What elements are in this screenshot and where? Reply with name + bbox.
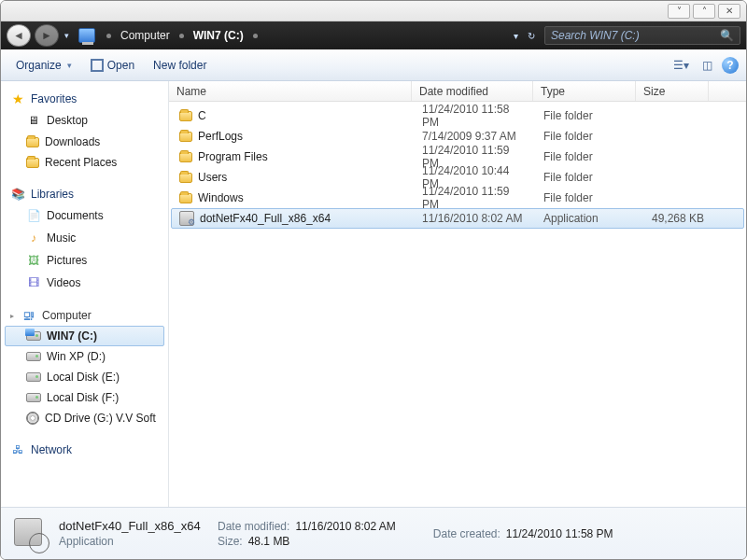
documents-icon: 📄 [26, 208, 41, 223]
star-icon: ★ [10, 91, 25, 106]
history-dropdown-icon[interactable]: ▾ [64, 31, 69, 40]
view-mode-button[interactable]: ☰▾ [669, 56, 692, 75]
sidebar-computer-header[interactable]: ▸🖳Computer [5, 305, 164, 326]
open-button[interactable]: Open [83, 55, 142, 76]
file-name: C [198, 109, 206, 122]
titlebar: ˅ ˄ ✕ [1, 1, 746, 21]
computer-icon: 🖳 [21, 308, 36, 323]
sidebar-network-header[interactable]: 🖧Network [5, 440, 164, 460]
file-type: File folder [536, 109, 639, 122]
breadcrumb-sep-icon [106, 34, 111, 38]
navigation-pane: ★Favorites 🖥Desktop Downloads Recent Pla… [1, 81, 169, 507]
expand-icon: ▸ [10, 312, 14, 320]
help-button[interactable]: ? [722, 57, 739, 74]
details-created-value: 11/24/2010 11:58 PM [506, 527, 613, 540]
sidebar-item-cd-drive-g[interactable]: CD Drive (G:) V.V Soft [5, 408, 164, 428]
sidebar-item-winxp-d[interactable]: Win XP (D:) [5, 346, 164, 367]
breadcrumb-sep-icon [179, 34, 184, 38]
open-icon [91, 59, 104, 72]
folder-icon [179, 132, 192, 142]
forward-button[interactable]: ► [35, 24, 59, 47]
folder-icon [179, 111, 192, 121]
organize-button[interactable]: Organize [8, 55, 79, 76]
breadcrumb-computer[interactable]: Computer [120, 29, 170, 42]
cd-icon [26, 412, 39, 425]
sidebar-item-videos[interactable]: 🎞Videos [5, 272, 164, 294]
maximize-button[interactable]: ˄ [693, 4, 715, 19]
file-row[interactable]: C11/24/2010 11:58 PMFile folder [171, 105, 744, 126]
drive-icon [26, 352, 41, 361]
file-row[interactable]: Windows11/24/2010 11:59 PMFile folder [171, 188, 744, 208]
folder-icon [179, 173, 192, 183]
sidebar-item-pictures[interactable]: 🖼Pictures [5, 249, 164, 272]
sidebar-item-local-f[interactable]: Local Disk (F:) [5, 387, 164, 408]
music-icon: ♪ [26, 231, 41, 245]
file-type: File folder [536, 171, 639, 184]
network-icon: 🖧 [10, 442, 25, 457]
search-icon: 🔍 [720, 29, 734, 42]
pictures-icon: 🖼 [26, 253, 41, 268]
sidebar-item-local-e[interactable]: Local Disk (E:) [5, 367, 164, 387]
details-size-label: Size: [218, 535, 243, 548]
folder-icon [26, 137, 39, 147]
column-header-type[interactable]: Type [533, 81, 636, 101]
column-header-name[interactable]: Name [169, 81, 412, 101]
new-folder-button[interactable]: New folder [146, 55, 214, 76]
file-row[interactable]: dotNetFx40_Full_x86_x6411/16/2010 8:02 A… [171, 208, 744, 229]
file-type: File folder [536, 191, 639, 204]
libraries-icon: 📚 [10, 187, 25, 202]
search-input[interactable]: Search WIN7 (C:) 🔍 [544, 26, 740, 45]
close-button[interactable]: ✕ [718, 4, 740, 19]
file-type: File folder [536, 150, 639, 163]
file-name: Program Files [198, 150, 268, 163]
sidebar-item-recent-places[interactable]: Recent Places [5, 152, 164, 173]
details-title: dotNetFx40_Full_x86_x64 [59, 519, 208, 533]
file-name: PerfLogs [198, 130, 243, 143]
computer-icon [78, 28, 95, 43]
breadcrumb-win7[interactable]: WIN7 (C:) [193, 29, 244, 42]
file-size: 49,268 KB [639, 212, 712, 225]
details-size-value: 48.1 MB [248, 535, 290, 548]
application-icon [179, 211, 194, 226]
sidebar-item-win7-c[interactable]: WIN7 (C:) [5, 326, 164, 346]
column-header-size[interactable]: Size [636, 81, 709, 101]
breadcrumb-sep-icon [253, 34, 258, 38]
minimize-button[interactable]: ˅ [668, 4, 690, 19]
sidebar-item-desktop[interactable]: 🖥Desktop [5, 109, 164, 132]
back-button[interactable]: ◄ [7, 24, 31, 47]
details-modified-value: 11/16/2010 8:02 AM [295, 520, 395, 533]
file-name: dotNetFx40_Full_x86_x64 [200, 212, 331, 225]
file-date: 11/24/2010 11:59 PM [415, 185, 536, 211]
file-type: File folder [536, 130, 639, 143]
file-list-pane: Name Date modified Type Size C11/24/2010… [169, 81, 746, 507]
drive-icon [26, 331, 41, 341]
sidebar-item-downloads[interactable]: Downloads [5, 132, 164, 152]
desktop-icon: 🖥 [26, 113, 41, 128]
file-rows: C11/24/2010 11:58 PMFile folderPerfLogs7… [169, 102, 746, 507]
details-modified-label: Date modified: [218, 520, 289, 533]
column-header-date[interactable]: Date modified [412, 81, 533, 101]
drive-icon [26, 393, 41, 402]
folder-icon [179, 193, 192, 203]
toolbar: Organize Open New folder ☰▾ ◫ ? [1, 49, 746, 81]
folder-icon [26, 158, 39, 168]
address-dropdown-icon[interactable]: ▾ [514, 31, 518, 41]
file-type: Application [536, 212, 639, 225]
file-date: 11/16/2010 8:02 AM [415, 212, 536, 225]
details-file-icon [10, 514, 49, 553]
file-date: 11/24/2010 11:58 PM [415, 103, 536, 129]
refresh-icon[interactable]: ↻ [528, 31, 535, 41]
sidebar-item-documents[interactable]: 📄Documents [5, 204, 164, 227]
drive-icon [26, 372, 41, 382]
file-name: Users [198, 171, 227, 184]
file-date: 7/14/2009 9:37 AM [415, 130, 536, 143]
preview-pane-button[interactable]: ◫ [696, 56, 718, 75]
sidebar-libraries-header[interactable]: 📚Libraries [5, 184, 164, 204]
videos-icon: 🎞 [26, 275, 41, 290]
sidebar-item-music[interactable]: ♪Music [5, 227, 164, 249]
file-name: Windows [198, 191, 244, 204]
search-placeholder: Search WIN7 (C:) [551, 29, 640, 42]
folder-icon [179, 152, 192, 162]
sidebar-favorites-header[interactable]: ★Favorites [5, 89, 164, 109]
column-header-row: Name Date modified Type Size [169, 81, 746, 102]
